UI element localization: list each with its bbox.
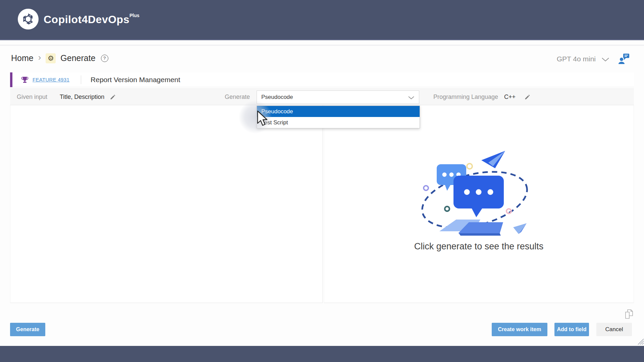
generate-gear-icon: ⚙ bbox=[46, 53, 56, 63]
pencil-icon[interactable] bbox=[110, 94, 116, 100]
resize-handle-icon[interactable] bbox=[636, 337, 644, 345]
chat-illustration bbox=[411, 147, 542, 244]
model-selector-area: GPT 4o mini bbox=[557, 54, 630, 64]
work-item-id-link[interactable]: FEATURE 4931 bbox=[33, 77, 69, 82]
given-input-value: Title, Description bbox=[60, 94, 104, 101]
work-item-strip: FEATURE 4931 Report Version Management bbox=[10, 72, 634, 87]
panel-divider bbox=[322, 105, 324, 303]
generate-type-dropdown-value: Pseudocode bbox=[261, 94, 293, 101]
work-item-divider bbox=[81, 75, 81, 84]
cancel-button[interactable]: Cancel bbox=[596, 323, 632, 336]
given-input-label: Given input bbox=[17, 94, 47, 101]
add-to-field-button[interactable]: Add to field bbox=[554, 323, 589, 336]
logo-icon bbox=[21, 12, 36, 26]
results-empty-state: Click generate to see the results bbox=[324, 241, 634, 252]
app-title-suffix: Plus bbox=[129, 13, 140, 18]
generate-toolbar: Given input Title, Description Generate … bbox=[10, 88, 634, 105]
dropdown-option-pseudocode[interactable]: Pseudocode bbox=[257, 106, 420, 117]
programming-language-value: C++ bbox=[504, 94, 516, 101]
generate-type-dropdown[interactable]: Pseudocode bbox=[257, 90, 419, 104]
programming-language-label: Programming Language bbox=[433, 94, 498, 101]
app-footer bbox=[0, 346, 644, 362]
create-work-item-button[interactable]: Create work item bbox=[492, 323, 547, 336]
chevron-down-icon bbox=[408, 96, 414, 100]
generate-button[interactable]: Generate bbox=[10, 323, 45, 336]
app-logo bbox=[18, 9, 39, 29]
breadcrumb-chevron-icon: › bbox=[38, 52, 41, 63]
help-icon[interactable]: ? bbox=[101, 55, 108, 62]
page-title: Generate bbox=[60, 53, 95, 63]
chevron-down-icon[interactable] bbox=[602, 58, 609, 62]
dropdown-option-test-script[interactable]: Test Script bbox=[257, 117, 420, 128]
trophy-icon bbox=[21, 76, 29, 83]
generate-type-label: Generate bbox=[225, 94, 250, 101]
copilot4devops-page: Copilot4DevOpsPlus Home › ⚙ Generate ? G… bbox=[0, 0, 644, 362]
model-selector[interactable]: GPT 4o mini bbox=[557, 55, 596, 63]
app-title: Copilot4DevOpsPlus bbox=[44, 13, 140, 26]
feedback-icon[interactable] bbox=[619, 54, 630, 64]
work-item-type-bar bbox=[10, 72, 12, 87]
breadcrumb-home-link[interactable]: Home bbox=[11, 53, 34, 63]
generate-type-dropdown-menu: Pseudocode Test Script bbox=[257, 106, 420, 128]
pencil-icon[interactable] bbox=[524, 94, 530, 100]
breadcrumb: Home › ⚙ Generate ? bbox=[11, 53, 108, 63]
header-divider bbox=[0, 45, 644, 46]
copy-icon[interactable] bbox=[625, 309, 634, 319]
work-item-title: Report Version Management bbox=[91, 76, 180, 84]
app-header: Copilot4DevOpsPlus bbox=[0, 0, 644, 40]
